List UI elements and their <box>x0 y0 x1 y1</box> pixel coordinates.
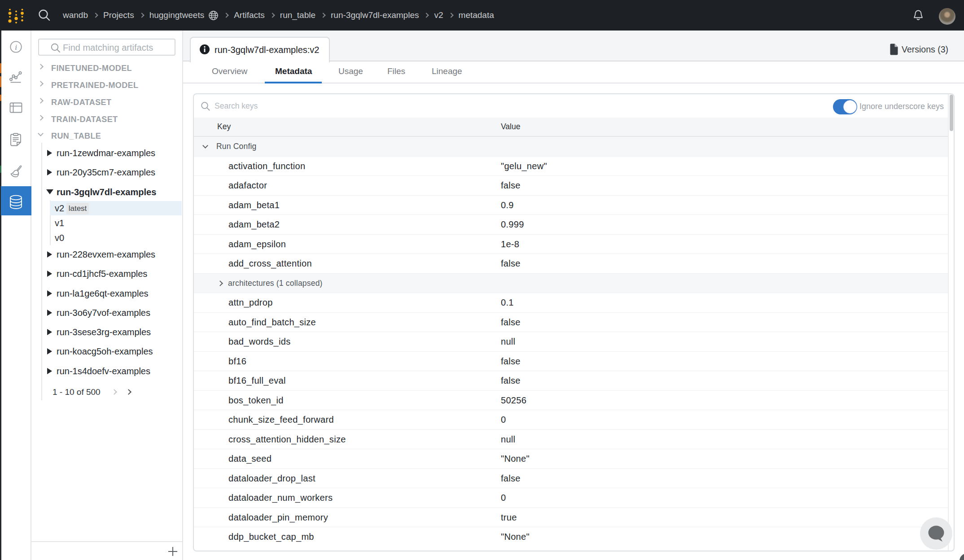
svg-text:i: i <box>15 43 17 52</box>
